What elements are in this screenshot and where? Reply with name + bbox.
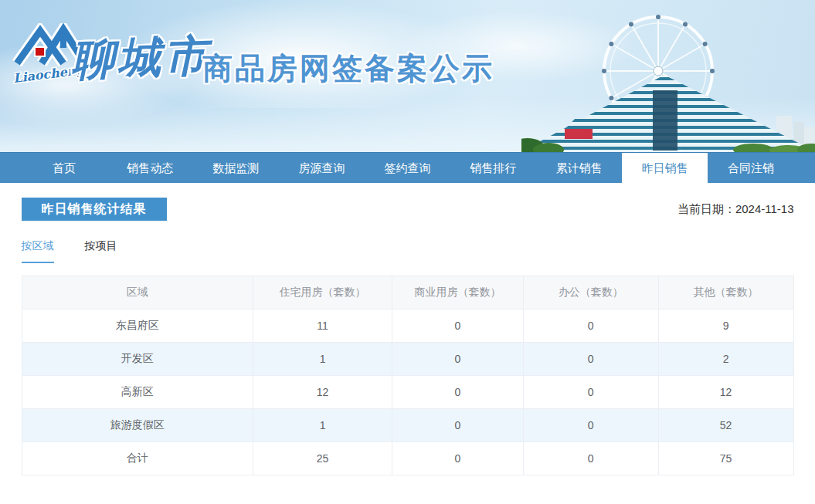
column-header: 其他（套数） <box>658 276 793 310</box>
region-cell: 合计 <box>22 442 253 475</box>
count-cell: 0 <box>523 376 658 409</box>
count-cell: 12 <box>658 376 793 409</box>
nav-item-6[interactable]: 销售排行 <box>450 153 536 184</box>
table-row: 开发区1002 <box>22 343 793 376</box>
count-cell: 0 <box>523 409 658 442</box>
count-cell: 0 <box>523 310 658 343</box>
column-header: 区域 <box>22 276 253 310</box>
count-cell: 0 <box>392 376 524 409</box>
nav-item-3[interactable]: 数据监测 <box>193 153 279 184</box>
main-nav: 首页销售动态数据监测房源查询签约查询销售排行累计销售昨日销售合同注销 <box>0 152 815 183</box>
region-cell: 旅游度假区 <box>22 409 253 442</box>
building-illustration <box>521 73 815 152</box>
count-cell: 0 <box>392 310 524 343</box>
count-cell: 2 <box>658 343 793 376</box>
view-tabs: 按区域按项目 <box>22 239 794 263</box>
count-cell: 1 <box>253 409 392 442</box>
region-cell: 高新区 <box>22 376 253 409</box>
nav-item-7[interactable]: 累计销售 <box>536 153 622 184</box>
main-content: 昨日销售统计结果 当前日期：2024-11-13 按区域按项目 区域住宅用房（套… <box>22 198 794 475</box>
banner-title: 商品房网签备案公示 <box>202 48 494 90</box>
stats-table: 区域住宅用房（套数）商业用房（套数）办公（套数）其他（套数） 东昌府区11009… <box>22 276 794 475</box>
column-header: 商业用房（套数） <box>392 276 524 310</box>
column-header: 办公（套数） <box>523 276 658 310</box>
count-cell: 1 <box>253 343 392 376</box>
site-name-calligraphy: 聊城市 <box>70 27 212 90</box>
region-cell: 开发区 <box>22 343 253 376</box>
column-header: 住宅用房（套数） <box>253 276 392 310</box>
region-cell: 东昌府区 <box>22 310 253 343</box>
table-row: 旅游度假区10052 <box>22 409 793 442</box>
count-cell: 11 <box>253 310 392 343</box>
nav-item-5[interactable]: 签约查询 <box>365 153 450 184</box>
count-cell: 9 <box>658 310 793 343</box>
table-row: 高新区120012 <box>22 376 793 409</box>
nav-item-1[interactable]: 首页 <box>22 153 107 184</box>
count-cell: 0 <box>523 343 658 376</box>
count-cell: 0 <box>392 409 524 442</box>
nav-item-4[interactable]: 房源查询 <box>279 153 365 184</box>
count-cell: 0 <box>392 442 524 475</box>
count-cell: 0 <box>523 442 658 475</box>
tab-1[interactable]: 按区域 <box>22 239 54 263</box>
count-cell: 25 <box>253 442 392 475</box>
count-cell: 75 <box>658 442 793 475</box>
count-cell: 52 <box>658 409 793 442</box>
nav-item-2[interactable]: 销售动态 <box>107 153 193 184</box>
table-row: 东昌府区11009 <box>22 310 793 343</box>
nav-item-8[interactable]: 昨日销售 <box>622 153 708 184</box>
count-cell: 12 <box>253 376 392 409</box>
site-header: Liaocheng 聊城市 商品房网签备案公示 <box>0 0 815 152</box>
count-cell: 0 <box>392 343 524 376</box>
table-header-row: 区域住宅用房（套数）商业用房（套数）办公（套数）其他（套数） <box>22 276 793 310</box>
logo-red-square <box>35 47 45 56</box>
table-row: 合计250075 <box>22 442 793 475</box>
nav-item-9[interactable]: 合同注销 <box>708 153 793 184</box>
current-date: 当前日期：2024-11-13 <box>677 202 794 217</box>
section-title-badge: 昨日销售统计结果 <box>22 198 167 221</box>
tab-2[interactable]: 按项目 <box>85 239 117 263</box>
building-sign <box>565 129 593 139</box>
